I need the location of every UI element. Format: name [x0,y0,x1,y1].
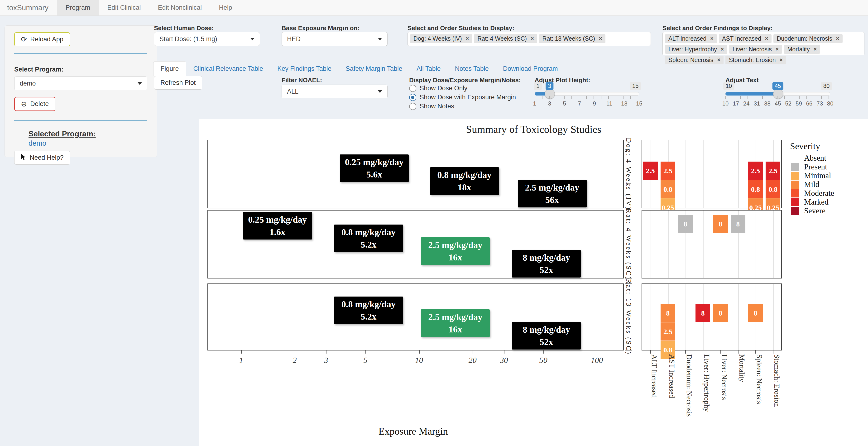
study-tag-label: Rat: 13 Weeks (SC) [542,35,595,42]
remove-tag-icon[interactable]: × [814,46,817,53]
dose-label: 8 mg/kg/day [513,252,580,263]
slider-tick-label: 31 [754,100,760,107]
base-margin-select[interactable]: HED [282,32,388,46]
slider-tick-label: 11 [607,100,612,107]
slider-max-label: 80 [821,82,832,90]
finding-tag[interactable]: Duodenum: Necrosis× [773,34,843,43]
finding-tag[interactable]: AST Increased× [719,34,772,43]
x-axis-title: Exposure Margin [378,425,448,437]
studies-tagbox[interactable]: Dog: 4 Weeks (IV)×Rat: 4 Weeks (SC)×Rat:… [407,32,651,46]
tab-figure[interactable]: Figure [153,61,186,76]
x-axis-tick-label: 50 [539,356,548,365]
severity-cell: 0.8 [766,180,780,198]
severity-cell-dose: 8 [718,309,722,317]
tab-clinical-relevance-table[interactable]: Clinical Relevance Table [186,61,270,76]
legend-entry: Severe [791,206,826,215]
remove-tag-icon[interactable]: × [710,35,713,42]
slider-ticks [725,96,830,99]
findings-label: Select and Order Findings to Display: [662,25,773,32]
plot-height-slider[interactable]: 115313579111315 [535,84,639,110]
x-axis-tick [326,350,327,354]
finding-column-label: Liver: Hypertrophy [702,354,711,412]
legend-label: Minimal [804,171,831,180]
nav-item-edit-clinical[interactable]: Edit Clinical [99,0,150,15]
slider-min-label: 10 [723,82,735,90]
selected-program-value: demo [29,139,147,147]
severity-cell-dose: 2.5 [663,167,673,175]
study-tag[interactable]: Rat: 13 Weeks (SC)× [539,34,606,43]
radio-label: Show Dose with Exposure Margin [420,94,516,101]
remove-tag-icon[interactable]: × [836,35,839,42]
tab-safety-margin-table[interactable]: Safety Margin Table [339,61,409,76]
human-dose-select[interactable]: Start Dose: (1.5 mg) [154,32,260,46]
dose-label: 0.8 mg/kg/day [335,227,402,237]
remove-tag-icon[interactable]: × [776,46,779,53]
finding-tag[interactable]: ALT Increased× [665,34,717,43]
human-dose-value: Start Dose: (1.5 mg) [159,35,217,43]
text-size-slider[interactable]: 1080451017243138455259667380 [725,84,830,110]
refresh-plot-button[interactable]: Refresh Plot [154,76,202,90]
legend-swatch [791,189,799,197]
finding-tag[interactable]: Liver: Hypertrophy× [665,45,727,54]
dose-label: 0.8 mg/kg/day [335,299,402,309]
gridline [703,211,704,278]
tab-all-table[interactable]: All Table [409,61,448,76]
gridline [755,211,756,278]
program-select[interactable]: demo [14,76,147,90]
remove-tag-icon[interactable]: × [531,35,534,42]
finding-tag[interactable]: Mortality× [784,45,820,54]
findings-tagbox[interactable]: ALT Increased×AST Increased×Duodenum: Ne… [662,32,864,55]
severity-cell: 8 [660,304,675,322]
x-axis-tick-label: 2 [293,356,297,365]
gridline [685,284,686,350]
study-tag[interactable]: Rat: 4 Weeks (SC)× [474,34,537,43]
severity-cell-dose: 8 [666,309,670,317]
nav-item-help[interactable]: Help [210,0,241,15]
dose-label: 2.5 mg/kg/day [519,182,586,193]
nav-item-program[interactable]: Program [57,0,99,15]
dose-box: 2.5 mg/kg/day56x [518,180,587,208]
remove-tag-icon[interactable]: × [466,35,469,42]
tab-notes-table[interactable]: Notes Table [448,61,496,76]
legend-swatch [791,154,799,162]
app-brand: toxSummary [0,0,57,15]
sidebar-panel: ⟳ Reload App Select Program: demo ⊖ Dele… [4,25,157,157]
tab-key-findings-table[interactable]: Key Findings Table [270,61,339,76]
gridline [773,211,774,278]
finding-column-label: AST Increased [668,354,676,398]
gridline [703,140,704,208]
reload-app-label: Reload App [30,36,63,43]
toxicology-figure: Summary of Toxicology Studies Dog: 4 Wee… [199,119,868,446]
delete-program-button[interactable]: ⊖ Delete [14,97,55,111]
slider-tick-label: 15 [636,100,643,107]
x-axis-tick [597,350,597,354]
slider-max-label: 15 [630,82,641,90]
tab-download-program[interactable]: Download Program [496,61,565,76]
remove-tag-icon[interactable]: × [765,35,768,42]
dose-box: 0.25 mg/kg/day1.6x [243,212,312,240]
x-axis-tick-label: 30 [500,356,508,365]
x-axis-tick-label: 5 [364,356,368,365]
study-tag-label: Rat: 4 Weeks (SC) [477,35,527,42]
slider-tick-label: 24 [743,100,750,107]
finding-tag[interactable]: Liver: Necrosis× [729,45,782,54]
radio-show-dose-with-exposure-margin[interactable]: Show Dose with Exposure Margin [409,94,516,101]
dose-label: 8 mg/kg/day [513,324,580,335]
radio-show-notes[interactable]: Show Notes [409,103,454,110]
refresh-plot-label: Refresh Plot [160,79,196,87]
legend-entry: Moderate [791,189,834,198]
need-help-button[interactable]: Need Help? [14,151,70,165]
radio-show-dose-only[interactable]: Show Dose Only [409,85,467,92]
minus-circle-icon: ⊖ [21,100,27,108]
nav-item-edit-nonclinical[interactable]: Edit Nonclinical [150,0,211,15]
study-tag[interactable]: Dog: 4 Weeks (IV)× [410,34,472,43]
remove-tag-icon[interactable]: × [599,35,602,42]
remove-tag-icon[interactable]: × [721,46,724,53]
slider-tick-label: 17 [733,100,739,107]
dose-box: 0.8 mg/kg/day5.2x [334,296,403,324]
filter-noael-select[interactable]: ALL [282,85,388,98]
reload-app-button[interactable]: ⟳ Reload App [14,32,70,46]
legend-swatch [791,181,799,189]
finding-column-label: Spleen: Necrosis [755,354,764,404]
chevron-down-icon [137,82,142,85]
